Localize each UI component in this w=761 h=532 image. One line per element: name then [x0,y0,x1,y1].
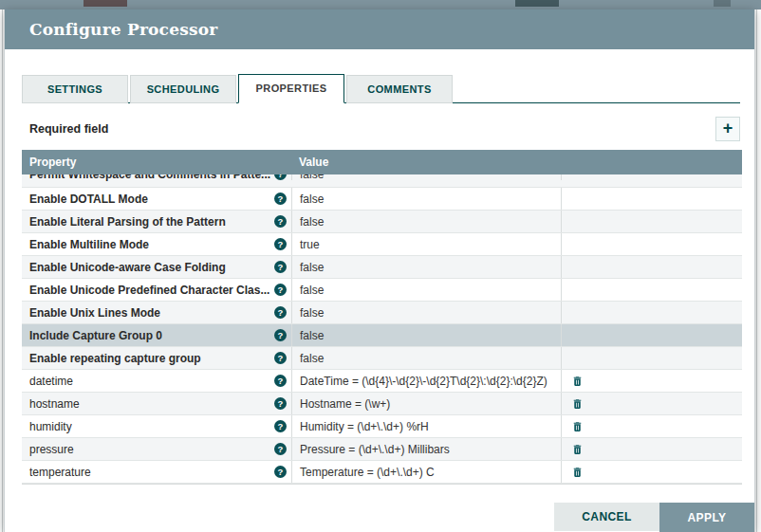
property-cell: Enable Unicode-aware Case Folding? [22,256,291,278]
property-name: pressure [29,443,74,456]
value-cell[interactable]: false [291,279,561,301]
property-cell: Include Capture Group 0? [22,324,291,346]
value-cell[interactable]: false [291,302,561,323]
delete-property-icon[interactable] [571,442,585,456]
value-cell[interactable]: false [291,347,561,369]
value-cell[interactable]: Temperature = (\d+\.\d+) C [291,461,561,483]
dialog-header: Configure Processor [5,9,754,49]
actions-cell [561,347,742,369]
value-cell[interactable]: Pressure = (\d+\.\d+) Millibars [291,438,561,460]
help-icon[interactable]: ? [274,261,287,273]
property-name: Enable Unicode-aware Case Folding [29,261,226,274]
background-artifact [84,0,127,7]
help-icon[interactable]: ? [274,466,287,478]
help-icon[interactable]: ? [274,443,287,455]
help-icon[interactable]: ? [274,284,287,296]
value-cell[interactable]: false [291,174,561,180]
value-cell[interactable]: false [291,188,561,210]
page-edge [2,9,3,532]
table-row[interactable]: pressure?Pressure = (\d+\.\d+) Millibars [22,438,742,461]
table-row[interactable]: Enable DOTALL Mode?false [22,188,742,211]
help-icon[interactable]: ? [274,215,287,228]
table-row[interactable]: Permit Whitespace and Comments in Patte.… [22,174,742,188]
value-cell[interactable]: Humidity = (\d+\.\d+) %rH [291,415,561,437]
table-row[interactable]: Enable Multiline Mode?true [22,233,742,256]
tab-scheduling[interactable]: SCHEDULING [130,75,236,103]
tab-settings[interactable]: SETTINGS [22,75,128,103]
actions-cell [561,370,742,392]
background-canvas-strip [0,0,761,9]
help-icon[interactable]: ? [274,329,287,341]
value-text: Temperature = (\d+\.\d+) C [300,466,435,479]
property-name: Enable DOTALL Mode [29,193,148,206]
tab-comments[interactable]: COMMENTS [346,75,453,103]
value-text: Humidity = (\d+\.\d+) %rH [300,420,429,433]
property-name: Include Capture Group 0 [29,329,162,342]
table-row[interactable]: datetime?DateTime = (\d{4}\-\d{2}\-\d{2}… [22,370,742,393]
value-text: DateTime = (\d{4}\-\d{2}\-\d{2}T\d{2}\:\… [300,375,548,388]
configure-processor-dialog: Configure Processor SETTINGSSCHEDULINGPR… [4,9,755,532]
value-cell[interactable]: true [291,233,561,255]
help-icon[interactable]: ? [274,306,287,319]
table-row[interactable]: Enable Literal Parsing of the Pattern?fa… [22,211,742,233]
help-icon[interactable]: ? [274,193,287,205]
table-row[interactable]: temperature?Temperature = (\d+\.\d+) C [22,461,742,484]
delete-property-icon[interactable] [571,419,585,433]
delete-property-icon[interactable] [571,396,585,411]
required-field-label: Required field [22,122,108,136]
table-row[interactable]: Enable Unix Lines Mode?false [22,302,742,324]
value-text: false [300,284,324,297]
table-toolbar: Required field + [22,116,740,141]
properties-table-body: Permit Whitespace and Comments in Patte.… [22,174,742,485]
value-cell[interactable]: DateTime = (\d{4}\-\d{2}\-\d{2}T\d{2}\:\… [291,370,561,392]
table-header-row: Property Value [22,150,742,174]
value-text: false [300,329,324,342]
value-text: Hostname = (\w+) [300,397,390,411]
actions-cell [561,415,742,437]
value-cell[interactable]: false [291,256,561,278]
property-name: Enable Unix Lines Mode [29,306,160,320]
tab-properties[interactable]: PROPERTIES [238,74,344,103]
delete-property-icon[interactable] [571,374,585,388]
page-edge [756,9,757,532]
table-row[interactable]: Enable repeating capture group?false [22,347,742,370]
value-cell[interactable]: false [291,211,561,232]
table-row[interactable]: Enable Unicode Predefined Character Clas… [22,279,742,302]
help-icon[interactable]: ? [274,352,287,364]
value-cell[interactable]: Hostname = (\w+) [291,393,561,414]
help-icon[interactable]: ? [274,420,287,432]
help-icon[interactable]: ? [274,174,287,180]
property-name: datetime [29,375,73,388]
actions-cell [561,324,742,346]
actions-cell [561,279,742,301]
dialog-title: Configure Processor [29,20,217,39]
property-name: Enable Multiline Mode [29,238,149,251]
value-text: false [300,306,324,320]
table-row[interactable]: humidity?Humidity = (\d+\.\d+) %rH [22,415,742,438]
table-row[interactable]: Enable Unicode-aware Case Folding?false [22,256,742,279]
value-text: false [300,261,324,274]
apply-button[interactable]: APPLY [659,503,754,532]
table-row[interactable]: hostname?Hostname = (\w+) [22,393,742,415]
background-artifact [714,0,731,7]
add-property-button[interactable]: + [715,117,740,141]
property-name: Enable Unicode Predefined Character Clas… [29,284,269,297]
property-cell: Enable Unix Lines Mode? [22,302,291,323]
actions-cell [561,188,742,210]
help-icon[interactable]: ? [274,238,287,250]
cancel-button[interactable]: CANCEL [554,503,659,531]
help-icon[interactable]: ? [274,375,287,387]
dialog-body: SETTINGSSCHEDULINGPROPERTIESCOMMENTS Req… [5,49,754,532]
property-cell: temperature? [22,461,291,483]
value-cell[interactable]: false [291,324,561,346]
property-cell: datetime? [22,370,291,392]
table-row[interactable]: Include Capture Group 0?false [22,324,742,347]
delete-property-icon[interactable] [571,465,585,479]
properties-table: Property Value Permit Whitespace and Com… [22,150,742,485]
value-text: false [300,352,324,365]
property-cell: Enable repeating capture group? [22,347,291,369]
help-icon[interactable]: ? [274,397,287,410]
property-cell: Enable Literal Parsing of the Pattern? [22,211,291,232]
actions-cell [561,174,742,180]
column-header-property: Property [22,156,291,169]
